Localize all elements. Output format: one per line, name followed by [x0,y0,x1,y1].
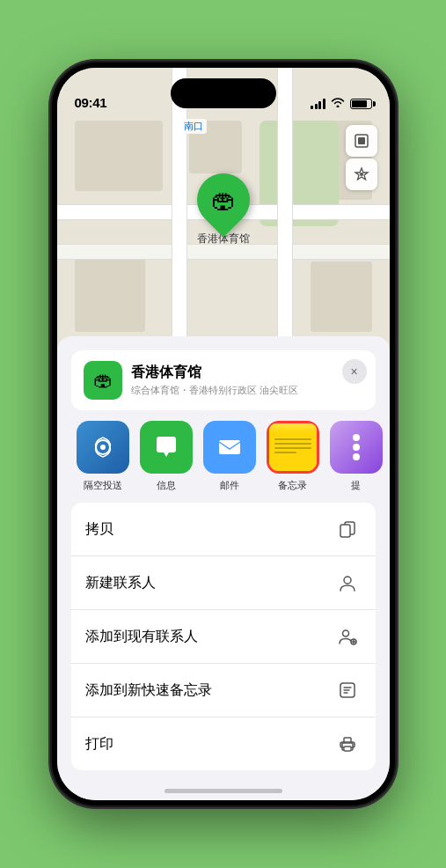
menu-item-print[interactable]: 打印 [71,717,376,770]
more-label: 提 [351,479,361,492]
home-indicator-area [57,770,390,800]
battery-icon [350,99,372,109]
close-button[interactable]: × [342,359,367,384]
svg-point-2 [360,173,363,176]
status-icons [311,97,372,110]
south-entrance-label: 南口 [180,119,207,134]
svg-rect-5 [219,440,240,454]
venue-info: 香港体育馆 综合体育馆・香港特别行政区 油尖旺区 [131,364,363,397]
mail-label: 邮件 [220,479,239,492]
location-button[interactable] [346,158,377,190]
stadium-pin: 🏟 香港体育馆 [197,173,250,246]
message-icon [140,421,193,474]
svg-rect-1 [358,137,365,144]
menu-copy-label: 拷贝 [85,520,113,539]
menu-list: 拷贝 新建联系人 [71,503,376,770]
svg-rect-7 [340,525,350,537]
phone-frame: 09:41 [52,63,395,805]
phone-screen: 09:41 [57,68,390,800]
wifi-icon [331,97,345,110]
actions-row: 隔空投送 信息 [57,421,390,503]
svg-rect-13 [344,747,351,751]
notes-label: 备忘录 [278,479,307,492]
menu-item-add-to-contact[interactable]: 添加到现有联系人 [71,610,376,664]
action-more[interactable]: 提 [325,421,388,492]
venue-name: 香港体育馆 [131,364,363,382]
mail-icon [203,421,256,474]
svg-point-8 [344,577,351,584]
action-mail[interactable]: 邮件 [198,421,261,492]
print-icon [333,730,362,758]
svg-point-9 [342,630,348,636]
map-controls [346,125,377,190]
venue-card: 🏟 香港体育馆 综合体育馆・香港特别行政区 油尖旺区 × [71,350,376,410]
person-icon [333,569,362,597]
action-notes[interactable]: 备忘录 [261,421,325,492]
status-time: 09:41 [75,95,107,110]
message-label: 信息 [157,479,176,492]
svg-point-4 [100,445,106,450]
map-layers-button[interactable] [346,125,377,157]
notes-icon [267,421,319,474]
airdrop-label: 隔空投送 [84,479,122,492]
airdrop-icon [77,421,129,474]
menu-item-add-to-notes[interactable]: 添加到新快速备忘录 [71,664,376,717]
menu-new-contact-label: 新建联系人 [85,574,156,592]
menu-item-copy[interactable]: 拷贝 [71,503,376,556]
more-icon [330,421,383,474]
venue-subtitle: 综合体育馆・香港特别行政区 油尖旺区 [131,384,363,397]
signal-icon [311,99,325,109]
menu-add-contact-label: 添加到现有联系人 [85,628,198,646]
person-add-icon [333,622,362,651]
bottom-sheet: 🏟 香港体育馆 综合体育馆・香港特别行政区 油尖旺区 × [57,336,390,800]
action-message[interactable]: 信息 [135,421,198,492]
menu-print-label: 打印 [85,735,113,754]
action-airdrop[interactable]: 隔空投送 [71,421,135,492]
dynamic-island [171,78,276,108]
quick-note-icon [333,676,362,704]
home-indicator [165,789,282,793]
menu-item-new-contact[interactable]: 新建联系人 [71,556,376,610]
venue-logo: 🏟 [84,361,122,400]
copy-icon [333,515,362,543]
menu-add-notes-label: 添加到新快速备忘录 [85,681,212,700]
